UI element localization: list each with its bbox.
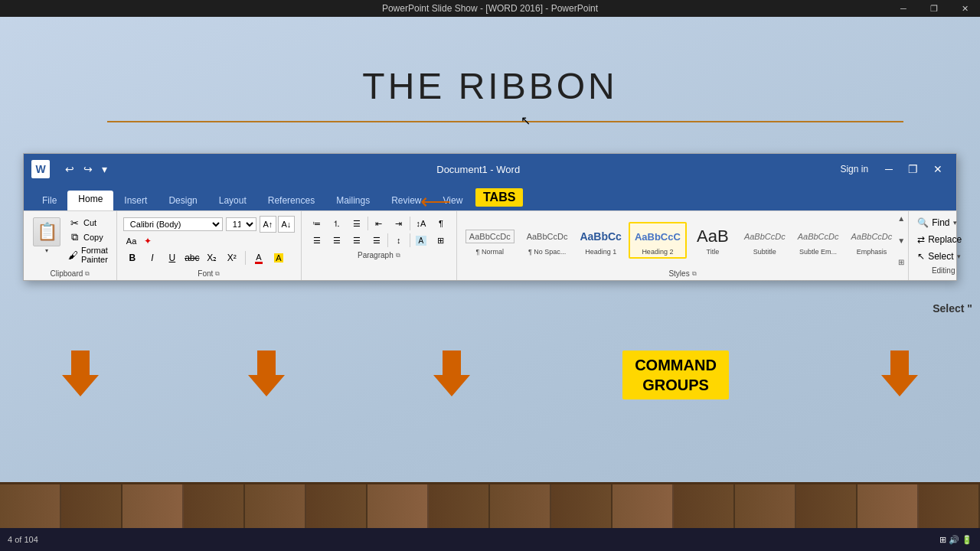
font-color-btn[interactable]: A [250, 249, 268, 266]
strikethrough-btn[interactable]: abc [183, 249, 201, 266]
paste-button[interactable]: 📋 ▾ [28, 214, 65, 257]
numbering-btn[interactable]: ⒈ [328, 216, 346, 231]
sign-in-btn[interactable]: Sign in [840, 164, 868, 174]
subtitle-label: Subtitle [753, 248, 776, 256]
shading-btn[interactable]: A [412, 233, 430, 248]
find-btn[interactable]: 🔍 Find ▾ [913, 214, 973, 231]
styles-gallery-container: AaBbCcDc ¶ Normal AaBbCcDc ¶ No Spac... [460, 213, 905, 268]
sort-btn[interactable]: ↕A [412, 216, 430, 231]
paragraph-arrow-svg [433, 350, 470, 396]
word-close-btn[interactable]: ✕ [927, 161, 949, 177]
styles-scroll-down[interactable]: ▼ [897, 236, 905, 245]
styles-more-btn[interactable]: ⊞ [898, 258, 904, 266]
line-spacing-btn[interactable]: ↕ [390, 233, 408, 248]
word-minimize-btn[interactable]: ─ [879, 161, 899, 177]
replace-btn[interactable]: ⇄ Replace [913, 231, 973, 248]
ppt-titlebar-controls: ─ ❐ ✕ [888, 0, 980, 17]
borders-btn[interactable]: ⊞ [432, 233, 450, 248]
clipboard-arrow-svg [62, 350, 99, 396]
clipboard-expand-icon[interactable]: ⧉ [85, 270, 90, 278]
word-titlebar: W ↩ ↪ ▾ Document1 - Word Sign in ─ ❐ ✕ [24, 154, 956, 184]
para-row1: ≔ ⒈ ☰ ⇤ ⇥ ↕A ¶ [308, 216, 450, 231]
paragraph-arrow-container [413, 350, 490, 399]
paste-dropdown-arrow[interactable]: ▾ [45, 247, 48, 254]
grow-font-btn[interactable]: A↑ [260, 216, 276, 233]
increase-indent-btn[interactable]: ⇥ [390, 216, 408, 231]
quick-access-more[interactable]: ▾ [99, 161, 110, 177]
paste-icon: 📋 [33, 217, 60, 246]
styles-expand-icon[interactable]: ⧉ [692, 270, 697, 278]
multilevel-btn[interactable]: ☰ [348, 216, 366, 231]
ppt-minimize-btn[interactable]: ─ [888, 0, 919, 17]
tab-home[interactable]: Home [67, 191, 113, 210]
undo-btn[interactable]: ↩ [62, 161, 77, 177]
tab-references[interactable]: References [257, 192, 325, 210]
styles-scrollbar: ▲ ▼ ⊞ [897, 213, 905, 268]
font-row1: Calibri (Body) 11 A↑ A↓ [123, 216, 295, 233]
ppt-restore-btn[interactable]: ❐ [919, 0, 949, 17]
format-painter-button[interactable]: 🖌 Format Painter [67, 245, 112, 265]
tab-file[interactable]: File [31, 192, 67, 210]
word-restore-btn[interactable]: ❐ [902, 161, 924, 177]
styles-scroll-up[interactable]: ▲ [897, 214, 905, 223]
select-annotation: Select " [933, 302, 972, 315]
redo-btn[interactable]: ↪ [80, 161, 96, 177]
clipboard-sub-buttons: ✂ Cut ⧉ Copy 🖌 Format Painter [67, 214, 112, 265]
subscript-btn[interactable]: X₂ [203, 249, 221, 266]
highlight-btn[interactable]: A [270, 249, 288, 266]
paragraph-group-label: Paragraph ⧉ [306, 249, 452, 262]
select-btn[interactable]: ↖ Select ▾ [913, 248, 973, 265]
show-para-btn[interactable]: ¶ [432, 216, 450, 231]
para-divider2 [410, 217, 410, 230]
paragraph-expand-icon[interactable]: ⧉ [396, 252, 400, 259]
superscript-btn[interactable]: X² [223, 249, 241, 266]
italic-btn[interactable]: I [143, 249, 162, 266]
tab-mailings[interactable]: Mailings [325, 192, 381, 210]
styles-gallery: AaBbCcDc ¶ Normal AaBbCcDc ¶ No Spac... [460, 213, 897, 268]
style-item-heading2[interactable]: AaBbCcC Heading 2 [629, 222, 687, 259]
styles-arrow-container [861, 350, 938, 399]
ppt-close-btn[interactable]: ✕ [949, 0, 980, 17]
shrink-font-btn[interactable]: A↓ [278, 216, 295, 233]
find-arrow: ▾ [953, 219, 957, 227]
font-name-select[interactable]: Calibri (Body) [123, 217, 223, 231]
heading1-label: Heading 1 [585, 248, 616, 256]
clear-format-btn[interactable]: ✦ [142, 234, 153, 248]
bullets-btn[interactable]: ≔ [308, 216, 326, 231]
font-expand-icon[interactable]: ⧉ [215, 270, 220, 278]
align-right-btn[interactable]: ☰ [348, 233, 366, 248]
style-item-title[interactable]: AaB Title [688, 223, 737, 258]
clipboard-group-label: Clipboard ⧉ [28, 268, 112, 280]
font-row2: Aa ✦ [123, 234, 295, 248]
taskbar: 4 of 104 ⊞ 🔊 🔋 [0, 528, 980, 551]
align-left-btn[interactable]: ☰ [308, 233, 326, 248]
ppt-titlebar: PowerPoint Slide Show - [WORD 2016] - Po… [0, 0, 980, 17]
cut-button[interactable]: ✂ Cut [67, 216, 112, 230]
style-item-heading1[interactable]: AaBbCc Heading 1 [574, 223, 626, 258]
taskbar-right: ⊞ 🔊 🔋 [939, 535, 972, 545]
style-item-emphasis[interactable]: AaBbCcDc Emphasis [845, 223, 897, 258]
heading2-preview: AaBbCcC [635, 225, 681, 248]
underline-btn[interactable]: U [163, 249, 181, 266]
style-item-subtitle[interactable]: AaBbCcDc Subtitle [739, 223, 791, 258]
svg-marker-2 [433, 350, 470, 396]
decrease-indent-btn[interactable]: ⇤ [370, 216, 388, 231]
tab-layout[interactable]: Layout [208, 192, 257, 210]
undo-controls: ↩ ↪ ▾ [62, 161, 110, 177]
tabs-arrow: ⟵ [420, 189, 451, 214]
change-case-btn[interactable]: Aa [123, 235, 139, 247]
font-size-select[interactable]: 11 [226, 217, 256, 231]
tab-insert[interactable]: Insert [113, 192, 158, 210]
slide-title: THE RIBBON [0, 65, 980, 107]
ppt-title: PowerPoint Slide Show - [WORD 2016] - Po… [382, 3, 598, 14]
copy-button[interactable]: ⧉ Copy [67, 230, 112, 244]
style-item-subtle-em[interactable]: AaBbCcDc Subtle Em... [792, 223, 844, 258]
font-arrow-container [228, 350, 305, 399]
tab-design[interactable]: Design [158, 192, 207, 210]
tab-bar: File Home Insert Design Layout Reference… [24, 184, 956, 210]
style-item-normal[interactable]: AaBbCcDc ¶ Normal [460, 223, 520, 258]
align-center-btn[interactable]: ☰ [328, 233, 346, 248]
bold-btn[interactable]: B [123, 249, 142, 266]
justify-btn[interactable]: ☰ [368, 233, 386, 248]
style-item-no-spacing[interactable]: AaBbCcDc ¶ No Spac... [521, 223, 573, 258]
